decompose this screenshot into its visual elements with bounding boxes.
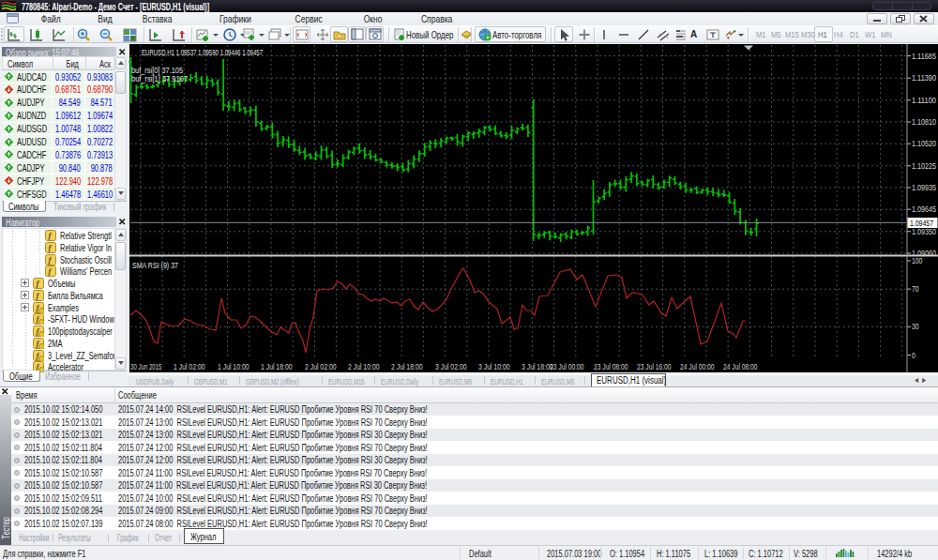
svg-text:1 Jul 02:00: 1 Jul 02:00 [174, 362, 205, 371]
svg-text:1.10810: 1.10810 [912, 117, 936, 127]
svg-text:23 Jul 00:00: 23 Jul 00:00 [550, 362, 584, 371]
svg-text:1.11390: 1.11390 [912, 73, 936, 83]
svg-text:3 Jul 18:00: 3 Jul 18:00 [522, 362, 553, 371]
svg-text:1 Jul 10:00: 1 Jul 10:00 [218, 362, 250, 371]
svg-text:100: 100 [912, 256, 922, 265]
svg-text:1.09457: 1.09457 [910, 219, 933, 228]
svg-text:23 Jul 08:00: 23 Jul 08:00 [594, 362, 628, 371]
svg-text:2 Jul 02:00: 2 Jul 02:00 [305, 362, 337, 371]
svg-text:EURUSD,H1 1.09537 1.09590 1.0: EURUSD,H1 1.09537 1.09590 1.09446 1.0945… [142, 47, 263, 57]
svg-text:24 Jul 00:00: 24 Jul 00:00 [680, 362, 715, 371]
svg-text:buf_rsi[1] 37.9167: buf_rsi[1] 37.9167 [131, 73, 188, 83]
svg-text:1.09350: 1.09350 [912, 227, 936, 236]
svg-text:70: 70 [912, 284, 919, 294]
svg-text:3 Jul 10:00: 3 Jul 10:00 [478, 362, 510, 371]
svg-text:2 Jul 10:00: 2 Jul 10:00 [348, 362, 380, 371]
svg-text:1.10225: 1.10225 [912, 161, 936, 171]
svg-text:1.11100: 1.11100 [912, 96, 936, 105]
svg-text:23 Jul 16:00: 23 Jul 16:00 [637, 362, 672, 371]
svg-text:3 Jul 02:00: 3 Jul 02:00 [435, 362, 467, 371]
svg-text:SMA RSI (9) 37: SMA RSI (9) 37 [132, 260, 178, 270]
svg-text:30: 30 [912, 322, 919, 331]
svg-text:1.11685: 1.11685 [912, 52, 936, 61]
svg-text:0: 0 [912, 351, 915, 360]
svg-text:1 Jul 18:00: 1 Jul 18:00 [261, 362, 293, 371]
svg-text:2 Jul 18:00: 2 Jul 18:00 [391, 362, 423, 371]
svg-text:1.09645: 1.09645 [912, 204, 936, 214]
svg-text:1.09935: 1.09935 [912, 183, 936, 192]
svg-text:1.10520: 1.10520 [912, 139, 936, 148]
svg-text:30 Jun 2015: 30 Jun 2015 [130, 362, 162, 371]
svg-text:24 Jul 08:00: 24 Jul 08:00 [723, 362, 758, 371]
